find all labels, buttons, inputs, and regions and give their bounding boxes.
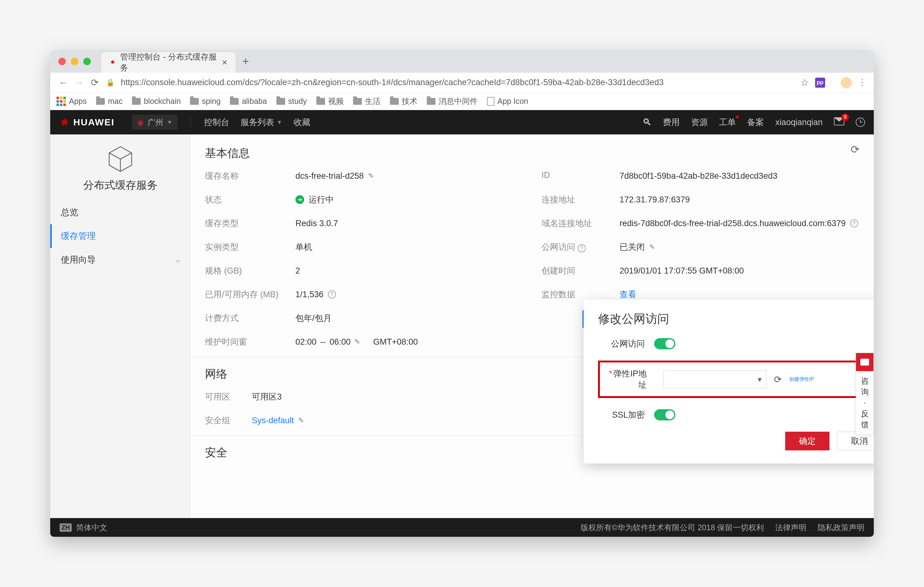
value-maint: 02:00--06:00✎GMT+08:00 — [295, 336, 535, 348]
refresh-eip-icon[interactable]: ⟳ — [774, 374, 782, 385]
dialog-label-eip: *弹性IP地址 — [605, 368, 656, 391]
privacy-link[interactable]: 隐私政策声明 — [818, 523, 865, 533]
chevron-down-icon: ⌵ — [176, 256, 180, 264]
folder-icon — [353, 98, 362, 105]
footer-right: 版权所有©华为软件技术有限公司 2018 保留一切权利 法律声明 隐私政策声明 — [581, 523, 865, 533]
sidebar-item-overview[interactable]: 总览 — [50, 201, 190, 224]
value-public: 已关闭✎ — [620, 241, 860, 253]
label-name: 缓存名称 — [205, 170, 289, 181]
bookmarks-folder-sping[interactable]: sping — [190, 97, 221, 106]
close-tab-icon[interactable]: × — [222, 58, 228, 67]
divider — [191, 117, 191, 128]
status-running-icon: ➔ — [295, 195, 304, 204]
nav-back-button[interactable]: ← — [56, 76, 70, 89]
bookmark-star-icon[interactable]: ☆ — [800, 77, 809, 88]
minimize-window-button[interactable] — [71, 58, 78, 65]
label-monitor: 监控数据 — [541, 289, 613, 300]
folder-icon — [96, 98, 105, 105]
label-spec: 规格 (GB) — [205, 265, 289, 276]
bookmarks-apps[interactable]: Apps — [56, 97, 87, 106]
close-window-button[interactable] — [58, 58, 66, 65]
region-selector[interactable]: ◉ 广州 ▼ — [132, 115, 178, 130]
edit-name-icon[interactable]: ✎ — [368, 172, 374, 180]
nav-reload-button[interactable]: ⟳ — [87, 76, 101, 89]
service-list-link[interactable]: 服务列表▼ — [241, 117, 282, 128]
bookmarks-folder-alibaba[interactable]: alibaba — [230, 97, 267, 106]
record-link[interactable]: 备案 — [747, 117, 764, 128]
bookmarks-folder-blockchain[interactable]: blockchain — [132, 97, 181, 106]
legal-link[interactable]: 法律声明 — [775, 523, 807, 533]
address-bar[interactable]: https://console.huaweicloud.com/dcs/?loc… — [119, 77, 799, 87]
huawei-favicon — [109, 59, 116, 66]
confirm-button[interactable]: 确定 — [785, 432, 830, 450]
label-type: 缓存类型 — [205, 218, 289, 229]
app-root: HUAWEI ◉ 广州 ▼ 控制台 服务列表▼ 收藏 🔍︎ 费用 资源 工单 备… — [50, 110, 874, 537]
sidebar-item-guide[interactable]: 使用向导⌵ — [50, 248, 190, 272]
sg-link[interactable]: Sys-default — [252, 416, 294, 425]
eip-select[interactable]: ▾ — [663, 370, 766, 388]
view-monitor-link[interactable]: 查看 — [620, 289, 636, 300]
dialog-modify-public-access: 修改公网访问 × 公网访问 *弹性IP地址 ▾ ⟳ 创建弹性IP SSL加密 — [584, 300, 874, 463]
fee-link[interactable]: 费用 — [663, 117, 680, 128]
edit-public-icon[interactable]: ✎ — [649, 243, 655, 251]
edit-maint-icon[interactable]: ✎ — [355, 338, 360, 346]
bookmarks-folder-video[interactable]: 视频 — [316, 96, 344, 106]
dialog-label-ssl: SSL加密 — [598, 409, 654, 420]
edit-sg-icon[interactable]: ✎ — [298, 416, 304, 424]
region-name: 广州 — [148, 117, 163, 128]
refresh-button[interactable]: ⟳ — [851, 143, 860, 156]
clock-icon[interactable] — [856, 117, 865, 127]
bookmarks-folder-mq[interactable]: 消息中间件 — [427, 96, 478, 106]
maximize-window-button[interactable] — [83, 58, 91, 65]
label-inst: 实例类型 — [205, 241, 289, 253]
notification-dot-icon — [736, 115, 739, 119]
favorites-link[interactable]: 收藏 — [294, 117, 310, 128]
new-tab-button[interactable]: + — [243, 55, 249, 68]
browser-tab[interactable]: 管理控制台 - 分布式缓存服务 × — [101, 52, 236, 73]
console-header: HUAWEI ◉ 广州 ▼ 控制台 服务列表▼ 收藏 🔍︎ 费用 资源 工单 备… — [50, 110, 874, 134]
bookmarks-folder-tech[interactable]: 技术 — [390, 96, 417, 106]
public-access-toggle[interactable] — [654, 338, 675, 350]
profile-avatar-icon[interactable] — [841, 77, 852, 88]
folder-icon — [230, 98, 239, 105]
help-icon[interactable]: ? — [850, 219, 858, 228]
resource-link[interactable]: 资源 — [691, 117, 708, 128]
dialog-row-public: 公网访问 — [598, 338, 874, 350]
ssl-toggle[interactable] — [654, 409, 675, 420]
feedback-text: 咨询·反馈 — [856, 371, 873, 434]
bookmarks-bar: Apps mac blockchain sping alibaba study … — [50, 92, 874, 110]
hexagon-icon — [106, 145, 134, 173]
create-eip-link[interactable]: 创建弹性IP — [789, 376, 814, 383]
nav-forward-button[interactable]: → — [72, 76, 86, 89]
feedback-tab[interactable]: 咨询·反馈 — [856, 353, 874, 435]
label-domain: 域名连接地址 — [541, 218, 613, 229]
ticket-link[interactable]: 工单 — [719, 117, 736, 128]
value-created: 2019/01/01 17:07:55 GMT+08:00 — [620, 265, 860, 276]
browser-menu-icon[interactable]: ⋮ — [858, 77, 868, 87]
address-bar-row: ← → ⟳ 🔒 https://console.huaweicloud.com/… — [50, 73, 874, 92]
search-icon[interactable]: 🔍︎ — [642, 117, 652, 128]
caret-down-icon: ▾ — [758, 375, 762, 384]
dialog-accent — [582, 310, 584, 328]
folder-icon — [276, 98, 285, 105]
console-link[interactable]: 控制台 — [204, 117, 229, 128]
folder-icon — [190, 98, 199, 105]
label-maint: 维护时间窗 — [205, 336, 289, 348]
sidebar-item-cache-mgmt[interactable]: 缓存管理 — [50, 224, 190, 248]
bookmarks-folder-mac[interactable]: mac — [96, 97, 122, 106]
extension-icon[interactable]: pp — [815, 77, 825, 87]
browser-window: 管理控制台 - 分布式缓存服务 × + ← → ⟳ 🔒 https://cons… — [50, 50, 874, 537]
bookmarks-folder-life[interactable]: 生活 — [353, 96, 381, 106]
lang-selector[interactable]: 简体中文 — [76, 523, 107, 533]
huawei-logo[interactable]: HUAWEI — [59, 117, 114, 128]
help-icon[interactable]: ? — [578, 244, 586, 252]
caret-down-icon: ▼ — [167, 119, 173, 126]
bookmarks-folder-study[interactable]: study — [276, 97, 307, 106]
mail-badge: 9 — [842, 114, 849, 121]
value-mem: 1/1,536? — [295, 289, 535, 300]
help-icon[interactable]: ? — [328, 290, 336, 298]
username-label[interactable]: xiaoqianqian — [775, 117, 823, 127]
https-lock-icon[interactable]: 🔒 — [103, 76, 117, 89]
mail-button[interactable]: 9 — [834, 117, 845, 128]
bookmarks-page-appicon[interactable]: App Icon — [487, 97, 528, 106]
